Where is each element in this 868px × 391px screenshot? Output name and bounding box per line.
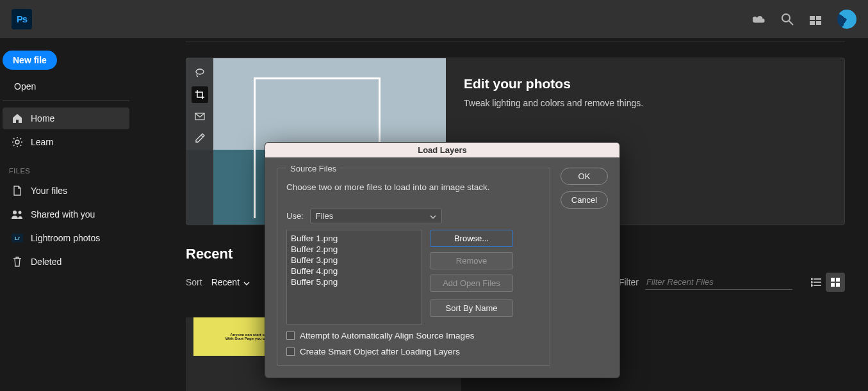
nav-label: Shared with you bbox=[31, 209, 95, 219]
thumb-text: With Start Page you can bbox=[225, 337, 270, 340]
svg-point-6 bbox=[15, 140, 19, 144]
grid-view-toggle[interactable] bbox=[826, 273, 845, 292]
search-icon[interactable] bbox=[781, 13, 794, 26]
svg-rect-17 bbox=[831, 278, 835, 282]
use-select[interactable]: Files bbox=[310, 209, 442, 223]
envelope-icon bbox=[192, 108, 208, 125]
list-view-toggle[interactable] bbox=[807, 273, 826, 292]
svg-rect-3 bbox=[816, 16, 821, 20]
nav-label: Deleted bbox=[31, 257, 61, 267]
topbar-actions bbox=[753, 10, 856, 29]
sort-dropdown[interactable]: Recent bbox=[211, 277, 250, 287]
svg-line-1 bbox=[789, 21, 793, 25]
file-item[interactable]: Buffer 1.png bbox=[291, 233, 418, 244]
ok-button[interactable]: OK bbox=[561, 168, 608, 185]
load-layers-dialog: Load Layers Source Files Choose two or m… bbox=[265, 142, 620, 378]
nav-label: Lightroom photos bbox=[31, 233, 100, 243]
trash-icon bbox=[12, 256, 23, 267]
remove-button[interactable]: Remove bbox=[430, 252, 513, 269]
smart-object-label: Create Smart Object after Loading Layers bbox=[300, 347, 460, 356]
nav-shared[interactable]: Shared with you bbox=[3, 203, 129, 225]
align-label: Attempt to Automatically Align Source Im… bbox=[300, 331, 474, 340]
svg-rect-4 bbox=[810, 21, 815, 25]
lasso-icon bbox=[192, 65, 208, 81]
smart-object-checkbox[interactable] bbox=[286, 347, 295, 356]
file-item[interactable]: Buffer 5.png bbox=[291, 276, 418, 287]
svg-rect-20 bbox=[836, 283, 840, 287]
app-logo: Ps bbox=[12, 9, 32, 29]
cancel-button[interactable]: Cancel bbox=[561, 191, 608, 209]
source-files-fieldset: Source Files Choose two or more files to… bbox=[277, 168, 550, 366]
gift-icon[interactable] bbox=[809, 13, 822, 26]
filter-input[interactable] bbox=[645, 275, 792, 290]
sort-value: Recent bbox=[211, 277, 240, 287]
nav-deleted[interactable]: Deleted bbox=[3, 251, 129, 273]
svg-point-0 bbox=[782, 14, 790, 22]
svg-point-15 bbox=[811, 282, 812, 283]
files-section-label: FILES bbox=[9, 167, 132, 175]
sort-label: Sort bbox=[186, 277, 202, 287]
user-avatar[interactable] bbox=[837, 10, 856, 29]
svg-point-9 bbox=[196, 69, 204, 74]
use-label: Use: bbox=[286, 211, 304, 221]
chevron-down-icon bbox=[430, 211, 436, 221]
hero-subtitle: Tweak lighting and colors and remove thi… bbox=[464, 98, 643, 108]
nav-label: Your files bbox=[31, 186, 67, 196]
nav-label: Home bbox=[31, 113, 54, 124]
filter-label: Filter bbox=[619, 277, 639, 287]
file-item[interactable]: Buffer 3.png bbox=[291, 255, 418, 266]
sort-control: Sort Recent bbox=[186, 277, 250, 287]
svg-point-14 bbox=[811, 278, 812, 280]
dialog-help-text: Choose two or more files to load into an… bbox=[286, 182, 541, 192]
file-item[interactable]: Buffer 2.png bbox=[291, 244, 418, 255]
fieldset-legend: Source Files bbox=[286, 164, 340, 173]
browse-button[interactable]: Browse... bbox=[430, 230, 513, 247]
svg-rect-18 bbox=[836, 278, 840, 282]
hero-toolstrip bbox=[186, 58, 213, 225]
lightroom-icon: Lr bbox=[12, 232, 23, 244]
svg-rect-5 bbox=[816, 21, 821, 25]
divider bbox=[186, 42, 845, 42]
nav-learn[interactable]: Learn bbox=[3, 131, 129, 153]
sort-by-name-button[interactable]: Sort By Name bbox=[430, 299, 513, 317]
file-list[interactable]: Buffer 1.png Buffer 2.png Buffer 3.png B… bbox=[286, 230, 422, 324]
use-value: Files bbox=[316, 211, 333, 221]
file-item[interactable]: Buffer 4.png bbox=[291, 266, 418, 276]
open-button[interactable]: Open bbox=[14, 81, 132, 92]
nav-your-files[interactable]: Your files bbox=[3, 180, 129, 202]
svg-point-7 bbox=[13, 211, 17, 214]
app-topbar: Ps bbox=[0, 0, 868, 38]
shared-icon bbox=[12, 209, 23, 220]
learn-icon bbox=[12, 136, 23, 148]
svg-point-16 bbox=[811, 285, 812, 286]
nav-home[interactable]: Home bbox=[3, 108, 129, 129]
dialog-actions: OK Cancel bbox=[561, 168, 608, 366]
file-icon bbox=[12, 185, 23, 196]
crop-icon bbox=[192, 86, 208, 103]
nav-label: Learn bbox=[31, 137, 54, 147]
chevron-down-icon bbox=[243, 277, 250, 287]
svg-rect-2 bbox=[810, 16, 815, 20]
add-open-files-button[interactable]: Add Open Files bbox=[430, 275, 513, 292]
eyedropper-icon bbox=[192, 130, 208, 147]
cloud-icon[interactable] bbox=[753, 13, 766, 26]
align-checkbox[interactable] bbox=[286, 331, 295, 340]
hero-title: Edit your photos bbox=[464, 76, 643, 92]
home-icon bbox=[12, 113, 23, 124]
dialog-title: Load Layers bbox=[265, 143, 619, 157]
divider bbox=[3, 100, 129, 101]
svg-rect-19 bbox=[831, 283, 835, 287]
new-file-button[interactable]: New file bbox=[3, 51, 57, 70]
left-sidebar: New file Open Home Learn FILES Your file… bbox=[0, 38, 132, 391]
svg-point-8 bbox=[19, 211, 22, 214]
nav-lightroom[interactable]: Lr Lightroom photos bbox=[3, 227, 129, 249]
